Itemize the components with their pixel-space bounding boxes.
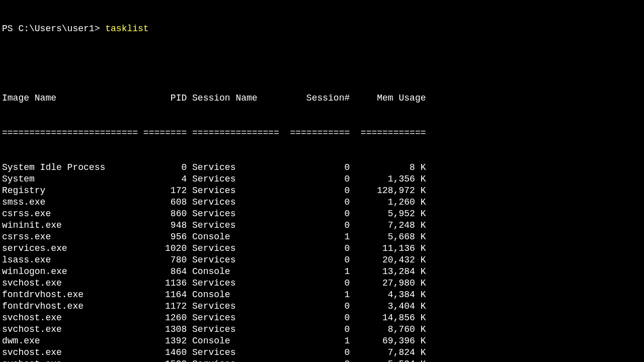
cell-pid: 860: [143, 208, 187, 220]
header-session-name: Session Name: [192, 93, 285, 104]
cell-session-name: Services: [192, 301, 285, 312]
cell-session-num: 0: [285, 278, 350, 289]
cell-name: System: [2, 173, 138, 185]
cell-session-name: Services: [192, 208, 285, 220]
cell-mem: 13,284 K: [355, 266, 426, 278]
cell-mem: 4,384 K: [355, 289, 426, 301]
header-mem-usage: Mem Usage: [355, 93, 426, 104]
table-row: svchost.exe 1136 Services0 27,980 K: [2, 278, 642, 289]
cell-name: svchost.exe: [2, 358, 138, 362]
cell-mem: 1,260 K: [355, 197, 426, 208]
cell-mem: 27,980 K: [355, 278, 426, 289]
cell-mem: 7,248 K: [355, 220, 426, 231]
cell-session-num: 0: [285, 243, 350, 254]
cell-mem: 11,136 K: [355, 243, 426, 254]
cell-mem: 8 K: [355, 162, 426, 173]
table-row: System Idle Process 0 Services0 8 K: [2, 162, 642, 173]
cell-session-num: 1: [285, 266, 350, 278]
table-row: svchost.exe 1460 Services0 7,824 K: [2, 347, 642, 358]
cell-session-num: 0: [285, 312, 350, 324]
cell-session-num: 0: [285, 185, 350, 197]
prompt-line: PS C:\Users\user1> tasklist: [2, 23, 642, 35]
table-row: fontdrvhost.exe 1172 Services0 3,404 K: [2, 301, 642, 312]
cell-pid: 780: [143, 254, 187, 266]
cell-session-num: 0: [285, 173, 350, 185]
cell-session-num: 1: [285, 289, 350, 301]
cell-mem: 128,972 K: [355, 185, 426, 197]
cell-session-name: Services: [192, 162, 285, 173]
cell-mem: 8,760 K: [355, 324, 426, 335]
cell-name: Registry: [2, 185, 138, 197]
terminal-output[interactable]: PS C:\Users\user1> tasklist Image Name P…: [0, 0, 644, 362]
cell-session-name: Services: [192, 185, 285, 197]
cell-session-name: Services: [192, 254, 285, 266]
cell-pid: 1308: [143, 324, 187, 335]
cell-session-name: Services: [192, 173, 285, 185]
cell-name: csrss.exe: [2, 208, 138, 220]
cell-mem: 20,432 K: [355, 254, 426, 266]
table-row: lsass.exe 780 Services0 20,432 K: [2, 254, 642, 266]
cell-pid: 608: [143, 197, 187, 208]
cell-session-num: 1: [285, 335, 350, 347]
cell-pid: 1164: [143, 289, 187, 301]
cell-pid: 1392: [143, 335, 187, 347]
cell-session-num: 1: [285, 231, 350, 243]
cell-session-name: Services: [192, 243, 285, 254]
cell-pid: 1460: [143, 347, 187, 358]
cell-name: services.exe: [2, 243, 138, 254]
table-row: svchost.exe 1308 Services0 8,760 K: [2, 324, 642, 335]
cell-session-num: 0: [285, 220, 350, 231]
cell-pid: 1500: [143, 358, 187, 362]
cell-name: lsass.exe: [2, 254, 138, 266]
cell-mem: 14,856 K: [355, 312, 426, 324]
cell-name: svchost.exe: [2, 278, 138, 289]
cell-session-num: 0: [285, 324, 350, 335]
cell-pid: 956: [143, 231, 187, 243]
cell-session-name: Services: [192, 324, 285, 335]
cell-session-name: Console: [192, 335, 285, 347]
cell-name: svchost.exe: [2, 347, 138, 358]
table-row: Registry 172 Services0 128,972 K: [2, 185, 642, 197]
cell-pid: 1136: [143, 278, 187, 289]
cell-pid: 1020: [143, 243, 187, 254]
table-row: dwm.exe 1392 Console1 69,396 K: [2, 335, 642, 347]
cell-session-name: Services: [192, 197, 285, 208]
cell-name: svchost.exe: [2, 324, 138, 335]
table-row: wininit.exe 948 Services0 7,248 K: [2, 220, 642, 231]
table-row: services.exe 1020 Services0 11,136 K: [2, 243, 642, 254]
table-row: svchost.exe 1260 Services0 14,856 K: [2, 312, 642, 324]
cell-mem: 3,404 K: [355, 301, 426, 312]
cell-session-name: Services: [192, 358, 285, 362]
cell-pid: 1172: [143, 301, 187, 312]
cell-mem: 1,356 K: [355, 173, 426, 185]
cell-session-name: Services: [192, 278, 285, 289]
cell-session-name: Services: [192, 347, 285, 358]
cell-session-num: 0: [285, 301, 350, 312]
cell-name: System Idle Process: [2, 162, 138, 173]
cell-session-num: 0: [285, 347, 350, 358]
cell-mem: 5,668 K: [355, 231, 426, 243]
header-session-num: Session#: [285, 93, 350, 104]
cell-pid: 0: [143, 162, 187, 173]
cell-name: fontdrvhost.exe: [2, 289, 138, 301]
cell-pid: 864: [143, 266, 187, 278]
cell-pid: 4: [143, 173, 187, 185]
header-pid: PID: [143, 93, 187, 104]
cell-session-name: Services: [192, 312, 285, 324]
blank-line: [2, 58, 642, 69]
table-row: csrss.exe 956 Console1 5,668 K: [2, 231, 642, 243]
table-row: smss.exe 608 Services0 1,260 K: [2, 197, 642, 208]
cell-session-num: 0: [285, 358, 350, 362]
cell-session-name: Console: [192, 231, 285, 243]
cell-mem: 5,504 K: [355, 358, 426, 362]
table-row: System 4 Services0 1,356 K: [2, 173, 642, 185]
cell-pid: 948: [143, 220, 187, 231]
prompt-text: PS C:\Users\user1>: [2, 24, 105, 34]
cell-mem: 5,952 K: [355, 208, 426, 220]
command-text: tasklist: [105, 24, 148, 34]
cell-name: wininit.exe: [2, 220, 138, 231]
cell-session-name: Services: [192, 220, 285, 231]
table-row: csrss.exe 860 Services0 5,952 K: [2, 208, 642, 220]
cell-name: fontdrvhost.exe: [2, 301, 138, 312]
header-image-name: Image Name: [2, 93, 138, 104]
